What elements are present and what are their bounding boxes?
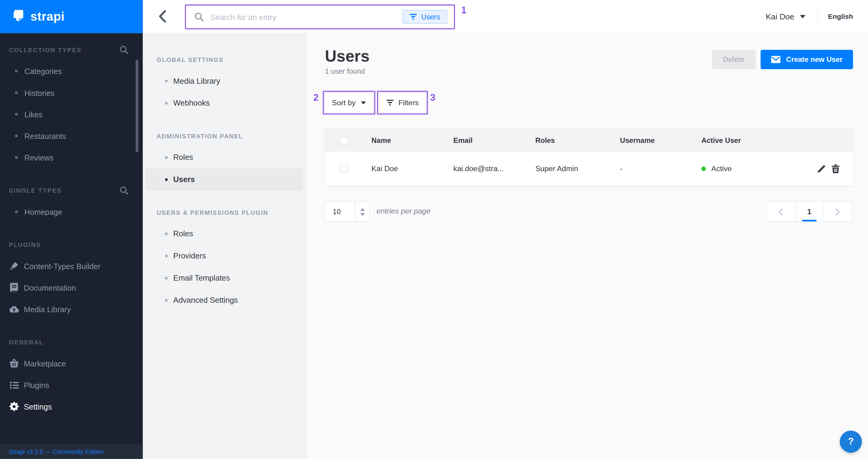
version-footer-link[interactable]: Strapi v3.2.5 — Community Edition [0,444,143,459]
sidebar-item-content-types-builder[interactable]: Content-Types Builder [0,255,143,277]
strapi-admin-app: strapi COLLECTION TYPES Categories Histo… [0,0,868,459]
sidebar-item-settings[interactable]: Settings [0,396,143,418]
settings-item-providers[interactable]: Providers [145,245,303,267]
sidebar-item-categories[interactable]: Categories [0,60,143,82]
sidebar-item-media-library[interactable]: Media Library [0,298,143,320]
table-header-row: Name Email Roles Username Active User [324,129,853,151]
cell-roles: Super Admin [535,164,620,173]
page-title: Users [325,47,370,65]
section-label: GENERAL [9,339,44,345]
trash-icon[interactable] [832,164,840,173]
settings-sidebar: GLOBAL SETTINGS Media Library Webhooks A… [143,33,306,459]
basket-icon [9,359,19,368]
settings-item-roles[interactable]: Roles [145,146,303,169]
stepper-arrows-icon[interactable] [355,202,369,221]
sidebar-item-marketplace[interactable]: Marketplace [0,353,143,374]
main-content: Users 1 user found Delete Create new Use… [306,33,868,459]
select-all-checkbox[interactable] [340,136,348,144]
sidebar-item-restaurants[interactable]: Restaurants [0,125,143,147]
user-area: Kai Doe English [766,0,868,33]
page-number[interactable]: 1 [795,202,823,221]
search-filter-tag[interactable]: Users [403,10,447,24]
section-users-permissions-plugin: USERS & PERMISSIONS PLUGIN Roles Provide… [143,207,306,311]
previous-page-button[interactable] [767,202,795,221]
settings-item-advanced-settings[interactable]: Advanced Settings [145,289,303,311]
create-new-user-button[interactable]: Create new User [761,50,853,69]
bullet-icon [165,102,168,104]
search-placeholder: Search for an entry [210,12,276,21]
page-size-select[interactable]: 10 [324,202,370,222]
divider [818,11,818,23]
settings-item-webhooks[interactable]: Webhooks [145,92,303,114]
chevron-down-icon [800,15,805,18]
filters-button[interactable]: Filters [379,93,426,113]
user-menu[interactable]: Kai Doe [766,12,806,21]
bullet-icon [165,80,168,82]
cell-username: - [620,164,702,173]
bullet-icon [15,70,18,72]
column-header-email[interactable]: Email [453,136,535,144]
search-icon[interactable] [120,186,128,195]
bullet-icon [15,113,18,116]
topbar: Search for an entry Users 1 Kai Doe Engl… [143,0,868,33]
bullet-icon [15,210,18,213]
settings-item-email-templates[interactable]: Email Templates [145,267,303,289]
section-administration-panel: ADMINISTRATION PANEL Roles Users [143,131,306,190]
bullet-icon [15,156,18,159]
main-sidebar: strapi COLLECTION TYPES Categories Histo… [0,0,143,459]
section-label: COLLECTION TYPES [9,47,82,53]
column-header-roles[interactable]: Roles [535,136,620,144]
settings-item-users[interactable]: Users [145,169,303,190]
table-row[interactable]: Kai Doe kai.doe@stra... Super Admin - Ac… [324,151,853,185]
row-checkbox[interactable] [340,164,348,173]
language-selector[interactable]: English [828,13,853,21]
section-plugins: PLUGINS Content-Types Builder Documentat… [0,239,143,320]
annotation-box-search: Search for an entry Users [185,5,455,29]
paintbrush-icon [9,261,19,271]
annotation-label-3: 3 [430,93,435,103]
sidebar-item-likes[interactable]: Likes [0,103,143,125]
bullet-icon [165,254,168,257]
settings-item-up-roles[interactable]: Roles [145,222,303,245]
cell-active-status: Active [702,164,801,173]
active-page-indicator [802,220,816,221]
column-header-name[interactable]: Name [371,136,453,144]
search-icon[interactable] [120,45,128,54]
user-count: 1 user found [325,67,365,75]
delete-button[interactable]: Delete [712,50,755,69]
sidebar-item-histories[interactable]: Histories [0,82,143,103]
sort-by-button[interactable]: Sort by [324,93,373,113]
column-header-active-user[interactable]: Active User [702,136,783,144]
bullet-icon [15,134,18,137]
bullet-icon [165,232,168,235]
search-input[interactable]: Search for an entry Users [187,7,453,27]
book-icon [9,283,19,292]
strapi-logo[interactable]: strapi [0,0,143,33]
sidebar-item-documentation[interactable]: Documentation [0,277,143,298]
sidebar-item-reviews[interactable]: Reviews [0,147,143,169]
section-label: GLOBAL SETTINGS [143,54,306,65]
edit-pencil-icon[interactable] [817,164,826,173]
sidebar-item-homepage[interactable]: Homepage [0,201,143,222]
gear-icon [9,402,19,411]
annotation-label-2: 2 [313,93,318,103]
cloud-upload-icon [9,305,19,313]
status-dot-icon [702,166,706,171]
page-size-value: 10 [325,202,355,221]
cell-name: Kai Doe [371,164,453,173]
section-general: GENERAL Marketplace Plugins Settings [0,336,143,417]
sidebar-item-plugins[interactable]: Plugins [0,374,143,396]
bullet-icon [165,299,168,301]
next-page-button[interactable] [824,202,852,221]
column-header-username[interactable]: Username [620,136,702,144]
bullet-icon [165,178,168,181]
bullet-icon [165,276,168,279]
section-collection-types: COLLECTION TYPES Categories Histories Li… [0,44,143,169]
section-label: SINGLE TYPES [9,187,62,194]
settings-item-media-library[interactable]: Media Library [145,70,303,92]
help-button[interactable]: ? [840,431,862,453]
sidebar-scrollbar[interactable] [135,60,138,152]
back-button[interactable] [159,10,166,25]
annotation-label-1: 1 [461,5,466,16]
chevron-down-icon [361,101,366,104]
